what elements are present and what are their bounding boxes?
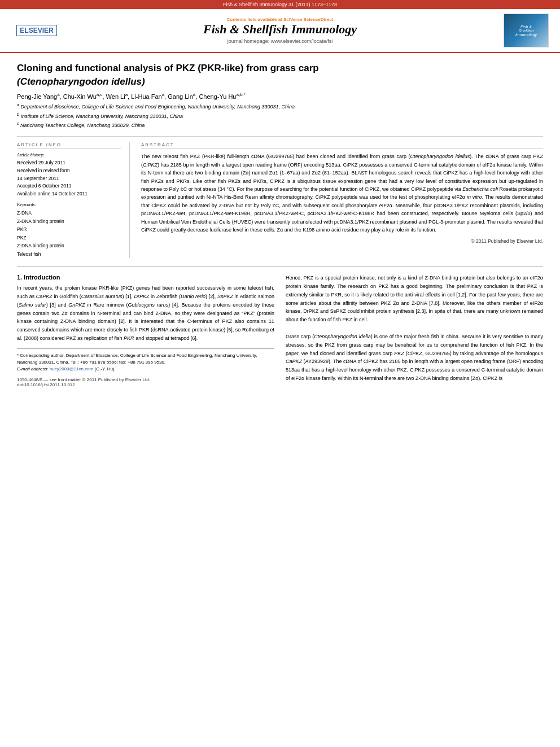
article-info-label: ARTICLE INFO: [17, 142, 121, 149]
keyword-zdna-binding: Z-DNA binding protein: [17, 217, 121, 225]
keyword-zdna-binding2: Z-DNA binding protein: [17, 242, 121, 250]
history-heading: Article history:: [17, 152, 121, 158]
section-title: Introduction: [24, 274, 60, 281]
sciverse-link[interactable]: SciVerse ScienceDirect: [283, 17, 334, 22]
journal-center-info: Contents lists available at SciVerse Sci…: [62, 17, 498, 44]
journal-homepage: journal homepage: www.elsevier.com/locat…: [62, 38, 498, 44]
homepage-label: journal homepage: www.elsevier.com/locat…: [228, 38, 333, 44]
email-address[interactable]: hucy2008@21cn.com: [50, 366, 94, 372]
article-title: Cloning and functional analysis of PKZ (…: [17, 62, 543, 89]
fish-logo-text: Fish &ShellfishImmunology: [515, 25, 537, 37]
keywords-heading: Keywords:: [17, 202, 121, 207]
email-attribution: (C.-Y. Hu).: [95, 366, 116, 372]
footnote-corresponding: * Corresponding author. Department of Bi…: [17, 352, 274, 366]
online-date: Available online 14 October 2011: [17, 190, 121, 198]
main-content: Cloning and functional analysis of PKZ (…: [0, 53, 560, 396]
section-number: 1.: [17, 274, 22, 281]
authors-line: Peng-Jie Yanga, Chu-Xin Wua,c, Wen Lia, …: [17, 92, 543, 100]
doi-line: doi:10.1016/j.fsi.2011.10.012: [17, 382, 274, 387]
elsevier-logo-area: ELSEVIER: [11, 25, 62, 36]
elsevier-wordmark: ELSEVIER: [16, 25, 56, 36]
article-history: Article history: Received 29 July 2011 R…: [17, 152, 121, 198]
title-line2: (Ctenopharyngodon idellus): [17, 76, 145, 87]
received-revised-date: Received in revised form14 September 201…: [17, 167, 121, 182]
article-info-col: ARTICLE INFO Article history: Received 2…: [17, 142, 130, 258]
affiliations: a Department of Bioscience, College of L…: [17, 102, 543, 129]
journal-header: ELSEVIER Contents lists available at Sci…: [0, 9, 560, 53]
intro-body-left: In recent years, the protein kinase PKR-…: [17, 284, 274, 343]
journal-citation-bar: Fish & Shellfish Immunology 31 (2011) 11…: [0, 0, 560, 9]
keyword-pkr: PKR: [17, 225, 121, 233]
sciverse-info: Contents lists available at SciVerse Sci…: [62, 17, 498, 22]
keyword-zdna: Z-DNA: [17, 209, 121, 217]
journal-citation: Fish & Shellfish Immunology 31 (2011) 11…: [223, 2, 337, 7]
received-date: Received 29 July 2011: [17, 159, 121, 167]
footnote: * Corresponding author. Department of Bi…: [17, 348, 274, 373]
section-heading-intro: 1. Introduction: [17, 274, 274, 281]
abstract-text: The new teleost fish PKZ (PKR-like) full…: [141, 152, 543, 234]
footnote-email: E-mail address: hucy2008@21cn.com (C.-Y.…: [17, 366, 274, 373]
abstract-label: ABSTRACT: [141, 142, 543, 149]
fish-logo-area: Fish &ShellfishImmunology: [498, 14, 549, 47]
abstract-col: ABSTRACT The new teleost fish PKZ (PKR-l…: [141, 142, 543, 258]
title-line1: Cloning and functional analysis of PKZ (…: [17, 63, 319, 73]
sciverse-prefix: Contents lists available at: [227, 17, 283, 22]
fish-journal-logo: Fish &ShellfishImmunology: [504, 14, 549, 47]
keyword-pkz: PKZ: [17, 234, 121, 242]
accepted-date: Accepted 6 October 2011: [17, 182, 121, 190]
bottom-ids: 1050-4648/$ — see front matter © 2011 Pu…: [17, 377, 274, 387]
article-info-abstract: ARTICLE INFO Article history: Received 2…: [17, 136, 543, 258]
section-divider: [17, 267, 543, 267]
intro-right-col: Hence, PKZ is a special protein kinase, …: [286, 274, 543, 387]
introduction-section: 1. Introduction In recent years, the pro…: [17, 274, 543, 387]
issn-line: 1050-4648/$ — see front matter © 2011 Pu…: [17, 377, 274, 382]
intro-left-col: 1. Introduction In recent years, the pro…: [17, 274, 274, 387]
keyword-teleost: Teleost fish: [17, 250, 121, 258]
journal-title: Fish & Shellfish Immunology: [62, 22, 498, 37]
intro-body-right: Hence, PKZ is a special protein kinase, …: [286, 274, 543, 383]
copyright-line: © 2011 Published by Elsevier Ltd.: [141, 238, 543, 244]
keywords-section: Keywords: Z-DNA Z-DNA binding protein PK…: [17, 202, 121, 258]
